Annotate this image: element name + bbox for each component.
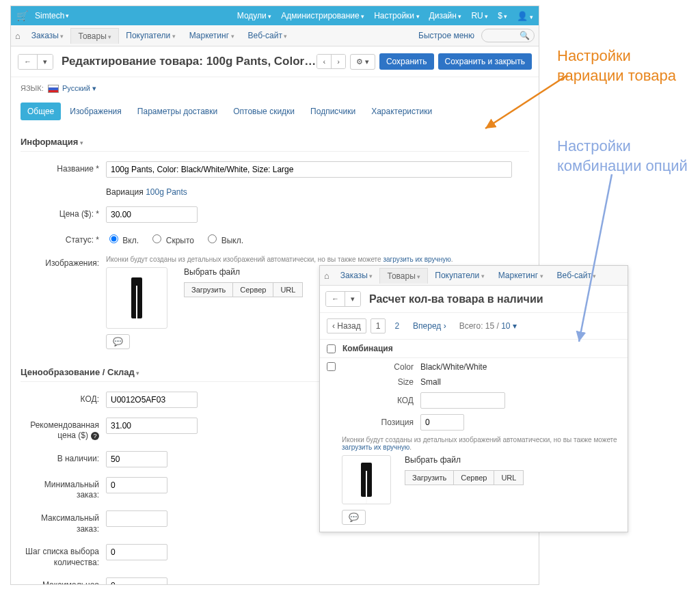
stock-label: В наличии: [21,451,106,465]
pg-1[interactable]: 1 [371,318,386,333]
cart-icon[interactable]: 🛒 [16,10,28,21]
tab-images[interactable]: Изображения [63,103,128,120]
status-hidden[interactable] [152,234,161,243]
inp-pos[interactable] [420,414,464,431]
tab-general[interactable]: Общее [21,103,61,120]
price-input[interactable] [106,206,198,223]
step-label: Шаг списка выбора количества: [21,544,106,568]
choose-file-label: Выбрать файл [184,263,303,277]
nav-customers[interactable]: Покупатели [119,28,182,43]
pg-back[interactable]: ‹ Назад [327,318,366,333]
annotation-variation: Настройки вариации товара [557,46,700,85]
min-input[interactable] [106,477,167,493]
titlebar: ← ▾ Редактирование товара: 100g Pants, C… [11,46,539,77]
max-label: Максимальный заказ: [21,510,106,534]
menu-user[interactable]: 👤 [517,11,533,21]
nav-website[interactable]: Веб-сайт [241,28,295,43]
annotation-combination: Настройки комбинации опций [557,137,700,176]
w2-title: Расчет кол-ва товара в наличии [369,293,622,305]
pg-total: Всего: 15 / [459,321,499,331]
search-input[interactable]: 🔍 [481,29,535,42]
w2-back-drop[interactable]: ▾ [345,292,360,306]
w2-btn-upload[interactable]: Загрузить [405,470,454,485]
price-label: Цена ($): * [21,206,106,220]
inp-code2[interactable] [420,392,505,409]
reco-input[interactable] [106,418,198,434]
max-input[interactable] [106,510,167,527]
lang-label: ЯЗЫК: [21,84,44,92]
w2-thumb[interactable] [342,455,391,504]
image-thumb[interactable] [106,267,167,329]
w2-nav-marketing[interactable]: Маркетинг [492,268,550,283]
image-comment[interactable]: 💬 [106,334,130,349]
menu-settings[interactable]: Настройки [374,11,419,21]
w2-speech[interactable]: 💬 [342,510,366,525]
w2-btn-url[interactable]: URL [494,470,524,485]
save-button[interactable]: Сохранить [379,53,434,70]
pg-2[interactable]: 2 [390,319,404,333]
back-dropdown[interactable]: ▾ [37,55,53,69]
back-button[interactable]: ← [18,55,37,69]
variation-link[interactable]: 100g Pants [146,187,187,197]
next-button[interactable]: › [331,55,345,68]
w2-nav-website[interactable]: Веб-сайт [550,268,604,283]
w2-nav-customers[interactable]: Покупатели [428,268,491,283]
lbl-pos: Позиция [342,418,420,427]
w2-home-icon[interactable]: ⌂ [324,271,329,281]
tab-features[interactable]: Характеристики [364,103,439,120]
row-check[interactable] [327,362,336,371]
gear-button[interactable]: ⚙ ▾ [350,54,375,70]
section-info[interactable]: Информация [21,133,529,152]
btn-server[interactable]: Сервер [233,282,273,297]
menu-currency[interactable]: $ [498,11,507,21]
maxvar-label: Максимальное число вариантов в списке вы… [21,577,106,585]
w2-nav-orders[interactable]: Заказы [334,268,380,283]
inventory-window: ⌂ Заказы Товары Покупатели Маркетинг Веб… [319,265,628,532]
step-input[interactable] [106,544,167,560]
lang-value[interactable]: Русский ▾ [62,84,96,92]
tab-wholesale[interactable]: Оптовые скидки [226,103,301,120]
help-icon[interactable]: ? [91,432,99,440]
w2-btn-server[interactable]: Сервер [454,470,494,485]
menu-design[interactable]: Дизайн [429,11,462,21]
menu-admin[interactable]: Администрирование [281,11,364,21]
name-input[interactable] [106,161,512,178]
status-off[interactable] [208,234,217,243]
menu-modules[interactable]: Модули [237,11,272,21]
menu-lang[interactable]: RU [471,11,488,21]
tab-shipping[interactable]: Параметры доставки [131,103,224,120]
variation-label: Вариация [106,187,144,197]
btn-url[interactable]: URL [273,282,303,297]
min-label: Минимальный заказ: [21,477,106,501]
w2-note-link[interactable]: загрузить их вручную [342,444,409,451]
code-label: КОД: [21,392,106,405]
stock-input[interactable] [106,451,167,467]
val-size: Small [420,377,441,387]
prev-button[interactable]: ‹ [317,55,331,68]
images-note-link[interactable]: загрузить их вручную [383,256,450,263]
maxvar-input[interactable] [106,577,167,585]
topbar: 🛒 Simtech▾ Модули Администрирование Наст… [11,6,539,25]
quick-menu[interactable]: Быстрое меню [418,31,474,40]
save-close-button[interactable]: Сохранить и закрыть [438,53,532,70]
w2-back[interactable]: ← [326,292,345,306]
images-note: Иконки будут созданы из детальных изобра… [106,256,381,263]
images-label: Изображения: [21,256,106,269]
btn-upload[interactable]: Загрузить [184,282,233,297]
reco-label: Рекомендованная цена ($)? [21,418,106,441]
nav-products[interactable]: Товары [70,28,119,44]
th-check-all[interactable] [327,344,336,353]
pg-fwd[interactable]: Вперед › [408,319,451,333]
home-icon[interactable]: ⌂ [15,31,21,41]
tab-subscribers[interactable]: Подписчики [304,103,362,120]
tabs: Общее Изображения Параметры доставки Опт… [21,103,529,120]
nav-marketing[interactable]: Маркетинг [183,28,241,43]
status-on[interactable] [109,234,118,243]
language-selector[interactable]: ЯЗЫК: Русский ▾ [21,84,529,93]
nav-orders[interactable]: Заказы [25,28,71,43]
w2-nav-products[interactable]: Товары [379,268,428,284]
code-input[interactable] [106,392,198,408]
lbl-color: Color [342,362,420,372]
w2-choose: Выбрать файл [405,455,524,465]
pg-per[interactable]: 10 ▾ [501,321,517,331]
